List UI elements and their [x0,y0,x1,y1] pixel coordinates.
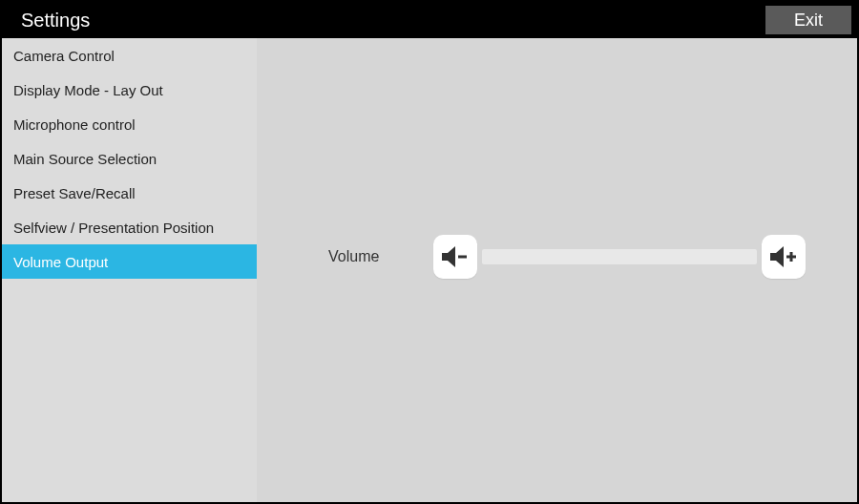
sidebar-item-label: Volume Output [13,254,108,270]
sidebar-item-label: Selfview / Presentation Position [13,220,214,236]
sidebar-item-camera-control[interactable]: Camera Control [2,38,257,73]
sidebar-item-main-source-selection[interactable]: Main Source Selection [2,141,257,176]
sidebar-item-microphone-control[interactable]: Microphone control [2,107,257,141]
page-title: Settings [21,10,90,32]
svg-rect-4 [790,252,793,262]
svg-marker-2 [770,246,784,267]
svg-marker-0 [442,246,455,267]
volume-track[interactable] [482,249,757,264]
exit-button-label: Exit [794,10,823,31]
speaker-minus-icon [441,245,470,268]
body: Camera Control Display Mode - Lay Out Mi… [2,38,857,502]
volume-down-button[interactable] [433,235,477,279]
speaker-plus-icon [769,245,798,268]
exit-button[interactable]: Exit [765,6,851,34]
sidebar-item-preset-save-recall[interactable]: Preset Save/Recall [2,176,257,210]
header-bar: Settings Exit [2,2,857,38]
sidebar-item-display-mode[interactable]: Display Mode - Lay Out [2,73,257,107]
sidebar-item-label: Main Source Selection [13,151,157,167]
sidebar-item-volume-output[interactable]: Volume Output [2,244,257,279]
volume-control-row: Volume [328,235,806,279]
svg-rect-1 [458,256,467,259]
volume-label: Volume [328,248,433,265]
volume-up-button[interactable] [762,235,806,279]
settings-window: Settings Exit Camera Control Display Mod… [0,0,859,504]
sidebar-item-label: Camera Control [13,48,115,64]
sidebar: Camera Control Display Mode - Lay Out Mi… [2,38,257,502]
sidebar-item-selfview-presentation[interactable]: Selfview / Presentation Position [2,210,257,244]
sidebar-item-label: Microphone control [13,116,136,133]
main-panel: Volume [257,38,857,502]
sidebar-item-label: Display Mode - Lay Out [13,82,163,98]
sidebar-item-label: Preset Save/Recall [13,185,136,201]
